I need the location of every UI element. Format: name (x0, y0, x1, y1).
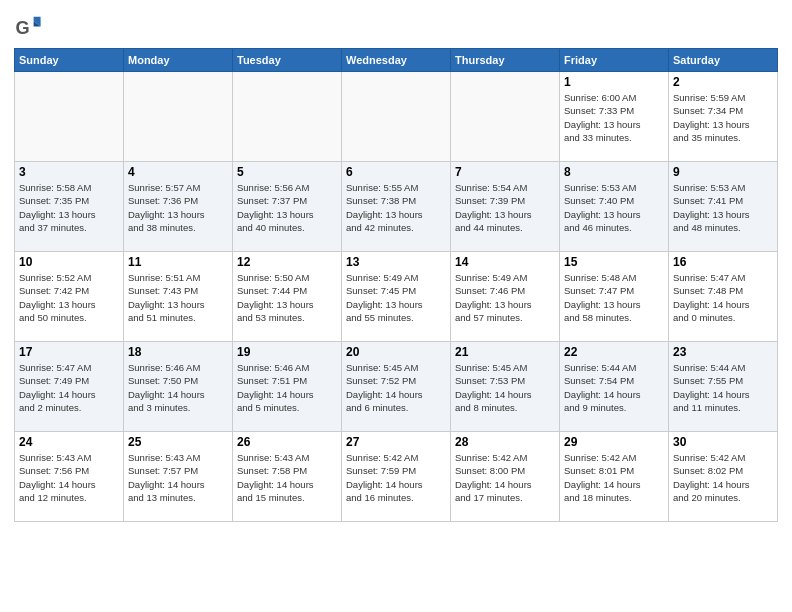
day-info: Sunrise: 5:44 AM Sunset: 7:55 PM Dayligh… (673, 361, 773, 414)
calendar-cell: 4Sunrise: 5:57 AM Sunset: 7:36 PM Daylig… (124, 162, 233, 252)
day-info: Sunrise: 5:43 AM Sunset: 7:56 PM Dayligh… (19, 451, 119, 504)
day-info: Sunrise: 5:42 AM Sunset: 8:00 PM Dayligh… (455, 451, 555, 504)
calendar-cell: 13Sunrise: 5:49 AM Sunset: 7:45 PM Dayli… (342, 252, 451, 342)
day-header-friday: Friday (560, 49, 669, 72)
calendar-cell: 5Sunrise: 5:56 AM Sunset: 7:37 PM Daylig… (233, 162, 342, 252)
calendar-cell: 29Sunrise: 5:42 AM Sunset: 8:01 PM Dayli… (560, 432, 669, 522)
day-number: 25 (128, 435, 228, 449)
day-info: Sunrise: 5:51 AM Sunset: 7:43 PM Dayligh… (128, 271, 228, 324)
day-number: 6 (346, 165, 446, 179)
calendar-cell: 11Sunrise: 5:51 AM Sunset: 7:43 PM Dayli… (124, 252, 233, 342)
calendar: SundayMondayTuesdayWednesdayThursdayFrid… (14, 48, 778, 522)
calendar-cell: 25Sunrise: 5:43 AM Sunset: 7:57 PM Dayli… (124, 432, 233, 522)
day-header-monday: Monday (124, 49, 233, 72)
day-number: 14 (455, 255, 555, 269)
day-info: Sunrise: 5:47 AM Sunset: 7:49 PM Dayligh… (19, 361, 119, 414)
day-number: 27 (346, 435, 446, 449)
day-number: 18 (128, 345, 228, 359)
day-number: 20 (346, 345, 446, 359)
calendar-cell: 3Sunrise: 5:58 AM Sunset: 7:35 PM Daylig… (15, 162, 124, 252)
calendar-cell: 26Sunrise: 5:43 AM Sunset: 7:58 PM Dayli… (233, 432, 342, 522)
day-header-wednesday: Wednesday (342, 49, 451, 72)
day-info: Sunrise: 5:46 AM Sunset: 7:50 PM Dayligh… (128, 361, 228, 414)
calendar-week-5: 24Sunrise: 5:43 AM Sunset: 7:56 PM Dayli… (15, 432, 778, 522)
day-number: 13 (346, 255, 446, 269)
day-info: Sunrise: 5:59 AM Sunset: 7:34 PM Dayligh… (673, 91, 773, 144)
day-info: Sunrise: 5:50 AM Sunset: 7:44 PM Dayligh… (237, 271, 337, 324)
day-info: Sunrise: 5:47 AM Sunset: 7:48 PM Dayligh… (673, 271, 773, 324)
calendar-week-3: 10Sunrise: 5:52 AM Sunset: 7:42 PM Dayli… (15, 252, 778, 342)
header: G (14, 10, 778, 42)
calendar-header-row: SundayMondayTuesdayWednesdayThursdayFrid… (15, 49, 778, 72)
svg-text:G: G (15, 18, 29, 38)
day-info: Sunrise: 5:57 AM Sunset: 7:36 PM Dayligh… (128, 181, 228, 234)
calendar-week-4: 17Sunrise: 5:47 AM Sunset: 7:49 PM Dayli… (15, 342, 778, 432)
day-number: 30 (673, 435, 773, 449)
calendar-cell (233, 72, 342, 162)
day-info: Sunrise: 5:45 AM Sunset: 7:52 PM Dayligh… (346, 361, 446, 414)
day-number: 2 (673, 75, 773, 89)
calendar-week-1: 1Sunrise: 6:00 AM Sunset: 7:33 PM Daylig… (15, 72, 778, 162)
day-number: 9 (673, 165, 773, 179)
day-number: 22 (564, 345, 664, 359)
calendar-cell: 24Sunrise: 5:43 AM Sunset: 7:56 PM Dayli… (15, 432, 124, 522)
day-number: 3 (19, 165, 119, 179)
calendar-cell: 18Sunrise: 5:46 AM Sunset: 7:50 PM Dayli… (124, 342, 233, 432)
day-number: 10 (19, 255, 119, 269)
calendar-cell: 9Sunrise: 5:53 AM Sunset: 7:41 PM Daylig… (669, 162, 778, 252)
calendar-cell: 8Sunrise: 5:53 AM Sunset: 7:40 PM Daylig… (560, 162, 669, 252)
day-info: Sunrise: 6:00 AM Sunset: 7:33 PM Dayligh… (564, 91, 664, 144)
page: G SundayMondayTuesdayWednesdayThursdayFr… (0, 0, 792, 612)
day-header-thursday: Thursday (451, 49, 560, 72)
day-number: 28 (455, 435, 555, 449)
day-info: Sunrise: 5:58 AM Sunset: 7:35 PM Dayligh… (19, 181, 119, 234)
logo-icon: G (14, 14, 42, 42)
day-number: 11 (128, 255, 228, 269)
calendar-cell: 19Sunrise: 5:46 AM Sunset: 7:51 PM Dayli… (233, 342, 342, 432)
calendar-cell: 6Sunrise: 5:55 AM Sunset: 7:38 PM Daylig… (342, 162, 451, 252)
calendar-cell: 12Sunrise: 5:50 AM Sunset: 7:44 PM Dayli… (233, 252, 342, 342)
day-number: 29 (564, 435, 664, 449)
calendar-cell (451, 72, 560, 162)
calendar-cell: 20Sunrise: 5:45 AM Sunset: 7:52 PM Dayli… (342, 342, 451, 432)
day-number: 15 (564, 255, 664, 269)
day-number: 5 (237, 165, 337, 179)
day-info: Sunrise: 5:49 AM Sunset: 7:45 PM Dayligh… (346, 271, 446, 324)
day-header-saturday: Saturday (669, 49, 778, 72)
calendar-cell: 2Sunrise: 5:59 AM Sunset: 7:34 PM Daylig… (669, 72, 778, 162)
day-info: Sunrise: 5:42 AM Sunset: 8:02 PM Dayligh… (673, 451, 773, 504)
logo-area: G (14, 10, 44, 42)
calendar-cell: 22Sunrise: 5:44 AM Sunset: 7:54 PM Dayli… (560, 342, 669, 432)
day-number: 21 (455, 345, 555, 359)
calendar-cell: 17Sunrise: 5:47 AM Sunset: 7:49 PM Dayli… (15, 342, 124, 432)
day-info: Sunrise: 5:56 AM Sunset: 7:37 PM Dayligh… (237, 181, 337, 234)
calendar-cell: 16Sunrise: 5:47 AM Sunset: 7:48 PM Dayli… (669, 252, 778, 342)
calendar-cell: 14Sunrise: 5:49 AM Sunset: 7:46 PM Dayli… (451, 252, 560, 342)
day-number: 23 (673, 345, 773, 359)
day-header-tuesday: Tuesday (233, 49, 342, 72)
calendar-week-2: 3Sunrise: 5:58 AM Sunset: 7:35 PM Daylig… (15, 162, 778, 252)
calendar-cell: 27Sunrise: 5:42 AM Sunset: 7:59 PM Dayli… (342, 432, 451, 522)
calendar-cell (15, 72, 124, 162)
day-number: 4 (128, 165, 228, 179)
day-info: Sunrise: 5:54 AM Sunset: 7:39 PM Dayligh… (455, 181, 555, 234)
day-info: Sunrise: 5:45 AM Sunset: 7:53 PM Dayligh… (455, 361, 555, 414)
day-number: 12 (237, 255, 337, 269)
day-number: 7 (455, 165, 555, 179)
day-header-sunday: Sunday (15, 49, 124, 72)
day-info: Sunrise: 5:43 AM Sunset: 7:57 PM Dayligh… (128, 451, 228, 504)
calendar-cell: 23Sunrise: 5:44 AM Sunset: 7:55 PM Dayli… (669, 342, 778, 432)
calendar-cell: 28Sunrise: 5:42 AM Sunset: 8:00 PM Dayli… (451, 432, 560, 522)
day-number: 16 (673, 255, 773, 269)
calendar-cell: 10Sunrise: 5:52 AM Sunset: 7:42 PM Dayli… (15, 252, 124, 342)
calendar-cell: 7Sunrise: 5:54 AM Sunset: 7:39 PM Daylig… (451, 162, 560, 252)
calendar-cell: 1Sunrise: 6:00 AM Sunset: 7:33 PM Daylig… (560, 72, 669, 162)
day-info: Sunrise: 5:53 AM Sunset: 7:40 PM Dayligh… (564, 181, 664, 234)
day-info: Sunrise: 5:44 AM Sunset: 7:54 PM Dayligh… (564, 361, 664, 414)
day-info: Sunrise: 5:42 AM Sunset: 8:01 PM Dayligh… (564, 451, 664, 504)
day-info: Sunrise: 5:48 AM Sunset: 7:47 PM Dayligh… (564, 271, 664, 324)
day-info: Sunrise: 5:46 AM Sunset: 7:51 PM Dayligh… (237, 361, 337, 414)
day-info: Sunrise: 5:42 AM Sunset: 7:59 PM Dayligh… (346, 451, 446, 504)
calendar-cell (342, 72, 451, 162)
day-info: Sunrise: 5:53 AM Sunset: 7:41 PM Dayligh… (673, 181, 773, 234)
